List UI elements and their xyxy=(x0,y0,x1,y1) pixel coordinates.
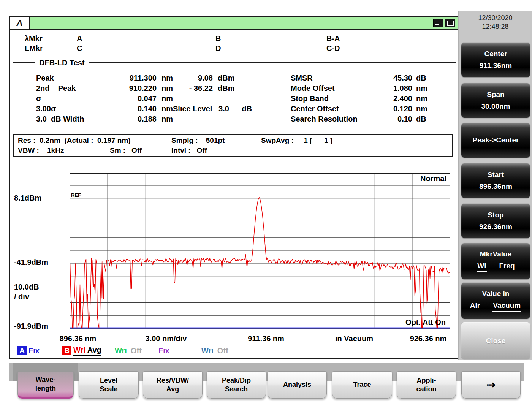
meas-value: 2.400 xyxy=(364,94,412,103)
menu-more-pages[interactable]: ⇢ xyxy=(461,371,521,399)
close-button[interactable]: Close xyxy=(461,322,530,359)
value-in-vacuum-option[interactable]: Vacuum xyxy=(492,301,521,312)
meas-label: σ xyxy=(36,94,41,103)
slice-level-text: Slice Level 3.0 dB xyxy=(173,104,252,113)
trace-d-selector[interactable]: Fix xyxy=(158,346,169,356)
level-marker-label: LMkr xyxy=(25,44,43,53)
y-axis-bottom-level: -91.9dBm xyxy=(14,322,48,331)
trace-b-average-flag: Avg xyxy=(87,346,101,354)
meas-value: 0.120 xyxy=(364,104,412,113)
trace-e-selector[interactable]: Wri Off xyxy=(201,346,228,356)
stop-wavelength-button[interactable]: Stop 926.36nm xyxy=(461,203,530,238)
marker-d-label: D xyxy=(215,44,221,53)
meas-unit: nm xyxy=(416,84,428,93)
span-button-label: Span xyxy=(487,90,504,99)
trace-b-selector[interactable]: B Wri Avg xyxy=(62,346,101,356)
menu-label-line2: length xyxy=(35,384,56,393)
menu-trace[interactable]: Trace xyxy=(332,371,392,399)
trace-a-mode: Fix xyxy=(28,347,40,355)
window-minimize-button[interactable] xyxy=(433,19,443,27)
center-wavelength-button[interactable]: Center 911.36nm xyxy=(461,42,530,77)
vendor-logo-glyph: Λ xyxy=(16,18,24,28)
meas-label: Stop Band xyxy=(291,94,329,103)
window-title-strip xyxy=(30,17,458,29)
center-wavelength-value: 911.36nm xyxy=(480,62,512,70)
start-wavelength-button[interactable]: Start 896.36nm xyxy=(461,163,530,198)
menu-analysis[interactable]: Analysis xyxy=(268,371,327,399)
meas-label: 2nd Peak xyxy=(36,84,76,93)
vendor-logo: Λ xyxy=(10,17,30,29)
menu-label-line2: cation xyxy=(416,385,436,394)
start-button-label: Start xyxy=(488,171,504,179)
meas-label: 3.00σ xyxy=(36,104,56,113)
window-maximize-button[interactable] xyxy=(445,19,455,27)
y-axis-mid-level: -41.9dBm xyxy=(14,258,48,267)
meas-wavelength-unit: nm xyxy=(162,74,173,82)
x-axis-medium-label: in Vacuum xyxy=(328,334,381,343)
menu-application[interactable]: Appli- cation xyxy=(397,371,456,399)
softkey-sidebar: 12/30/2020 12:48:28 Center 911.36nm Span… xyxy=(458,11,532,360)
y-axis-ref-level: 8.1dBm xyxy=(14,194,41,203)
trace-a-badge: A xyxy=(17,346,27,355)
resolution-setting: Res : 0.2nm (Actual : 0.197 nm) xyxy=(18,136,131,145)
meas-level-value: - 36.22 xyxy=(174,84,213,93)
marker-value-toggle-button[interactable]: MkrValue Wl Freq xyxy=(461,243,530,279)
menu-peak-dip-search[interactable]: Peak/Dip Search xyxy=(207,371,266,399)
menu-label-line1: Appli- xyxy=(417,376,436,385)
meas-wavelength-value: 0.188 xyxy=(101,115,157,124)
y-axis-scale-per-div: 10.0dB xyxy=(14,283,39,291)
meas-level-unit: dBm xyxy=(218,74,234,82)
meas-label: Center Offset xyxy=(291,104,339,113)
x-axis-stop-label: 926.36 nm xyxy=(402,334,455,343)
y-axis-scale-per-div-2: / div xyxy=(14,293,29,301)
trace-c-state: Off xyxy=(131,347,142,355)
menu-label-line1: Wave- xyxy=(36,375,55,384)
trace-a-selector[interactable]: A Fix xyxy=(17,346,40,356)
optical-attenuator-status: Opt. Att On xyxy=(405,318,446,327)
trace-mode-label: Normal xyxy=(420,174,446,183)
meas-value: 45.30 xyxy=(364,74,412,82)
wavelength-marker-label: λMkr xyxy=(25,34,43,43)
meas-wavelength-unit: nm xyxy=(162,84,173,93)
trace-b-mode-group: Wri Avg xyxy=(73,346,101,356)
value-in-air-option[interactable]: Air xyxy=(470,301,480,312)
meas-label: Peak xyxy=(36,74,54,82)
stop-wavelength-value: 926.36nm xyxy=(479,223,512,231)
sampling-setting: Smplg : 501pt xyxy=(171,136,225,145)
menu-wavelength[interactable]: Wave- length xyxy=(17,371,74,399)
menu-label-line2: Scale xyxy=(100,385,117,394)
meas-label: SMSR xyxy=(291,74,313,82)
date-label: 12/30/2020 xyxy=(459,14,532,22)
marker-c-label: C xyxy=(77,44,82,53)
meas-wavelength-unit: nm xyxy=(162,115,173,124)
value-in-toggle-button[interactable]: Value in Air Vacuum xyxy=(461,282,530,319)
span-button[interactable]: Span 30.00nm xyxy=(461,83,530,118)
analysis-section-header: DFB-LD Test xyxy=(13,59,456,67)
menu-res-vbw-avg[interactable]: Res/VBW/ Avg xyxy=(143,371,203,399)
spectrum-chart: Normal REF Opt. Att On xyxy=(70,173,450,329)
marker-value-wavelength-option[interactable]: Wl xyxy=(477,262,487,272)
value-in-label: Value in xyxy=(482,290,510,298)
meas-unit: nm xyxy=(416,104,428,113)
span-value: 30.00nm xyxy=(481,102,510,111)
screen: { "titlebar": { "logo": "Λ" }, "datetime… xyxy=(0,0,532,418)
peak-to-center-button[interactable]: Peak->Center xyxy=(461,123,530,158)
menu-level-scale[interactable]: Level Scale xyxy=(79,371,139,399)
smoothing-setting: Sm : Off xyxy=(110,146,142,155)
marker-cd-label: C-D xyxy=(326,44,340,53)
meas-unit: nm xyxy=(416,94,428,103)
meas-wavelength-value: 911.300 xyxy=(101,74,157,82)
measurement-row: σ 0.047 nm Stop Band 2.400 nm xyxy=(10,94,458,104)
meas-label: Search Resolution xyxy=(291,115,358,124)
title-bar: Λ xyxy=(10,17,458,30)
marker-value-frequency-option[interactable]: Freq xyxy=(499,262,515,272)
marker-a-label: A xyxy=(77,34,82,43)
rule-left xyxy=(13,62,35,63)
minimize-icon xyxy=(435,24,439,25)
start-wavelength-value: 896.36nm xyxy=(479,182,512,191)
trace-c-selector[interactable]: Wri Off xyxy=(115,346,142,356)
menu-label-line2: Search xyxy=(225,385,248,394)
menu-label-line2: Avg xyxy=(166,385,179,394)
analysis-mode-title: DFB-LD Test xyxy=(39,59,85,67)
trace-b-badge: B xyxy=(62,346,71,355)
